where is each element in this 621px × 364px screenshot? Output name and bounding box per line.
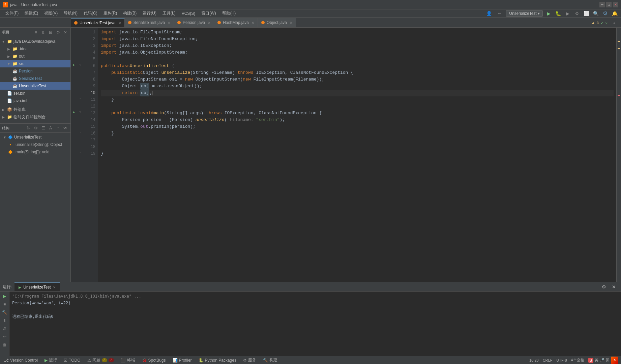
- structure-filter2-icon[interactable]: ☰: [40, 125, 46, 131]
- menu-tools[interactable]: 工具(L): [160, 10, 178, 17]
- soft-wrap-button[interactable]: ↩: [1, 333, 8, 340]
- structure-filter1-icon[interactable]: ⚙: [33, 125, 39, 131]
- gutter-fold-13[interactable]: ▶: [71, 109, 78, 115]
- scroll-to-end-button[interactable]: ⬇: [1, 317, 8, 324]
- build-tab[interactable]: 🔨 构建: [262, 357, 279, 363]
- fold-6[interactable]: ▽: [78, 61, 83, 68]
- stop-run-button[interactable]: ■: [1, 301, 8, 308]
- fold-19[interactable]: ▿: [78, 149, 83, 156]
- profiler-tab[interactable]: 📊 Profiler: [171, 358, 193, 363]
- rerun-button[interactable]: ▶: [1, 293, 8, 300]
- menu-window[interactable]: 窗口(W): [199, 10, 218, 17]
- tree-item-external-libs[interactable]: ▶ 📦 外部库: [0, 106, 70, 113]
- tree-item-out[interactable]: ▶ 📁 out: [0, 53, 70, 60]
- structure-method-label-2: main(String[]): void: [16, 150, 50, 154]
- bottom-close-icon[interactable]: ✕: [610, 282, 618, 291]
- menu-vcs[interactable]: VCS(S): [179, 10, 198, 17]
- tab-close-persion[interactable]: ✕: [208, 21, 210, 25]
- tree-item-root[interactable]: ▼ 📁 java DA\Download\java: [0, 38, 70, 45]
- structure-sort-icon[interactable]: ⇅: [25, 125, 31, 131]
- terminal-tab[interactable]: ⬛ 终端: [119, 357, 137, 363]
- menu-view[interactable]: 视图(V): [41, 10, 60, 17]
- tree-item-serializetest[interactable]: ☕ SerializeTest: [0, 75, 70, 82]
- run-button[interactable]: ▶: [545, 10, 552, 17]
- tree-item-serbin[interactable]: 📄 ser.bin: [0, 90, 70, 97]
- code-editor[interactable]: import java.io.FileInputStream; import j…: [98, 28, 616, 282]
- menu-build[interactable]: 构建(B): [120, 10, 139, 17]
- search-everywhere-button[interactable]: 🔍: [592, 10, 599, 17]
- error-count-badge: 2: [109, 358, 114, 362]
- menu-file[interactable]: 文件(F): [3, 10, 21, 17]
- menu-navigate[interactable]: 导航(N): [61, 10, 80, 17]
- gutter-fold-6[interactable]: ▶: [71, 61, 78, 68]
- todo-tab[interactable]: ☑ TODO: [62, 358, 82, 363]
- structure-item-main-method[interactable]: 🔶 main(String[]): void: [0, 148, 70, 156]
- tree-item-scratch[interactable]: ▶ 📁 临时文件和控制台: [0, 113, 70, 121]
- notifications-button[interactable]: 🔔: [611, 10, 618, 17]
- sidebar-sort-icon[interactable]: ⇅: [40, 29, 46, 35]
- minimize-button[interactable]: ─: [599, 2, 605, 7]
- debug-button[interactable]: 🐛: [554, 10, 562, 17]
- structure-inherited-icon[interactable]: ↑: [55, 125, 61, 131]
- ime-badge[interactable]: S: [588, 358, 593, 363]
- tab-persion[interactable]: Persion.java ✕: [174, 18, 214, 27]
- line-sep-display[interactable]: CRLF: [543, 358, 553, 362]
- run-with-coverage-button[interactable]: ▶: [564, 10, 571, 17]
- structure-item-class[interactable]: ▼ 🔷 UnserializeTest: [0, 133, 70, 141]
- gutter-16: [71, 129, 78, 135]
- fold-11[interactable]: ▿: [78, 95, 83, 102]
- close-button[interactable]: ✕: [613, 2, 618, 7]
- structure-visibility-icon[interactable]: 👁: [62, 125, 68, 131]
- build-button[interactable]: 🔨: [1, 309, 8, 316]
- user-icon[interactable]: 👤: [484, 9, 493, 18]
- python-packages-tab[interactable]: 🐍 Python Packages: [197, 358, 238, 363]
- clear-all-button[interactable]: 🗑: [1, 341, 8, 348]
- tree-item-unserializetest[interactable]: ☕ UnserializeTest: [0, 82, 70, 90]
- gutter-warn-1: [618, 41, 620, 42]
- menu-edit[interactable]: 编辑(E): [22, 10, 41, 17]
- tree-item-idea[interactable]: ▶ 📁 .idea: [0, 45, 70, 53]
- run-status-tab[interactable]: ▶ 运行: [43, 357, 58, 363]
- structure-item-unserialize-method[interactable]: 🔸 unserialize(String): Object: [0, 141, 70, 148]
- line-numbers: 1 2 3 4 5 6 7 8 9 10 11 12 13 14 15 16 1: [83, 28, 98, 282]
- tab-close-object[interactable]: ✕: [290, 21, 292, 25]
- menu-help[interactable]: 帮助(H): [219, 10, 239, 17]
- menu-refactor[interactable]: 重构(R): [101, 10, 120, 17]
- services-tab[interactable]: ⚙ 服务: [242, 357, 258, 363]
- tab-close-serializetest[interactable]: ✕: [168, 21, 170, 25]
- tree-item-javaiml[interactable]: 📄 java.iml: [0, 97, 70, 104]
- settings-button[interactable]: ⚙: [601, 10, 609, 17]
- version-control-tab[interactable]: ⎇ Version Control: [3, 358, 39, 363]
- problems-tab[interactable]: ⚠ 问题 3 2: [86, 357, 115, 363]
- tab-hashmap[interactable]: HashMap.java ✕: [214, 18, 258, 27]
- sidebar-settings-icon[interactable]: ⚙: [55, 29, 61, 35]
- structure-sort-alpha-icon[interactable]: A: [48, 125, 54, 131]
- sidebar-collapse-icon[interactable]: ⊟: [48, 29, 54, 35]
- spotbugs-tab[interactable]: 🐞 SpotBugs: [141, 358, 167, 363]
- sidebar-close-icon[interactable]: ✕: [62, 29, 68, 35]
- menu-run[interactable]: 运行(U): [140, 10, 159, 17]
- nav-back-button[interactable]: ←: [495, 9, 504, 18]
- tab-close-unserializetest[interactable]: ✕: [118, 21, 121, 25]
- tab-unserializetest[interactable]: UnserializeTest.java ✕: [71, 18, 125, 27]
- bottom-tab-run[interactable]: ▶ UnserializeTest ✕: [14, 282, 60, 291]
- print-button[interactable]: 🖨: [1, 325, 8, 332]
- stop-button[interactable]: ⬜: [583, 10, 590, 17]
- menu-code[interactable]: 代码(C): [81, 10, 100, 17]
- fold-13[interactable]: ▽: [78, 109, 83, 115]
- chevron-up-icon[interactable]: ∧: [610, 19, 618, 27]
- maximize-button[interactable]: □: [606, 2, 612, 7]
- tab-close-hashmap[interactable]: ✕: [252, 21, 254, 25]
- tree-item-src[interactable]: ▼ 📁 src: [0, 60, 70, 67]
- more-run-options-button[interactable]: ⚙: [573, 10, 581, 17]
- tree-item-persion[interactable]: ☕ Persion: [0, 67, 70, 75]
- fold-16[interactable]: ▿: [78, 129, 83, 135]
- tab-serializetest[interactable]: SerializeTest.java ✕: [125, 18, 174, 27]
- tab-object[interactable]: Object.java ✕: [258, 18, 296, 27]
- sidebar-gear-icon[interactable]: ≡: [33, 29, 39, 35]
- indent-display[interactable]: 4个空格: [571, 358, 584, 363]
- run-label: 运行:: [0, 282, 14, 291]
- bottom-tab-close-icon[interactable]: ✕: [53, 285, 56, 289]
- bottom-settings-icon[interactable]: ⚙: [599, 282, 608, 291]
- encoding-display[interactable]: UTF-8: [556, 358, 567, 362]
